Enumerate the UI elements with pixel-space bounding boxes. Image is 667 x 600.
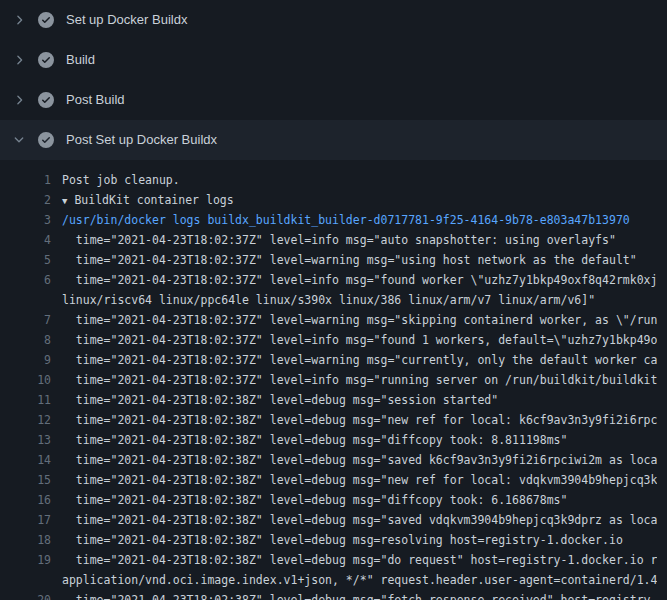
check-circle-icon xyxy=(38,132,54,148)
log-line-number[interactable]: 1 xyxy=(0,170,51,190)
log-line-number[interactable]: 20 xyxy=(0,590,51,600)
log-text: time="2021-04-23T18:02:38Z" level=debug … xyxy=(51,590,657,600)
log-text: application/vnd.oci.image.index.v1+json,… xyxy=(51,570,657,590)
log-line-number[interactable]: 14 xyxy=(0,450,51,470)
check-circle-icon xyxy=(38,52,54,68)
log-line-number[interactable]: 3 xyxy=(0,210,51,230)
log-text: time="2021-04-23T18:02:38Z" level=debug … xyxy=(51,450,657,470)
log-area: 1Post job cleanup.2▼BuildKit container l… xyxy=(0,160,667,600)
log-line: 15 time="2021-04-23T18:02:38Z" level=deb… xyxy=(0,470,667,490)
log-text: time="2021-04-23T18:02:38Z" level=debug … xyxy=(51,410,657,430)
log-line-number[interactable]: 15 xyxy=(0,470,51,490)
log-line-number xyxy=(0,290,51,310)
chevron-right-icon xyxy=(12,53,26,67)
log-line-number[interactable]: 18 xyxy=(0,530,51,550)
section-label: Post Build xyxy=(66,92,125,108)
log-line: 16 time="2021-04-23T18:02:38Z" level=deb… xyxy=(0,490,667,510)
log-command-text: /usr/bin/docker logs buildx_buildkit_bui… xyxy=(51,210,630,230)
chevron-right-icon xyxy=(12,13,26,27)
log-line-number[interactable]: 16 xyxy=(0,490,51,510)
log-text[interactable]: ▼BuildKit container logs xyxy=(51,190,234,210)
log-line-number[interactable]: 17 xyxy=(0,510,51,530)
log-text: time="2021-04-23T18:02:37Z" level=warnin… xyxy=(51,350,657,370)
log-line: 6 time="2021-04-23T18:02:37Z" level=info… xyxy=(0,270,667,290)
log-line-number[interactable]: 9 xyxy=(0,350,51,370)
log-line: 17 time="2021-04-23T18:02:38Z" level=deb… xyxy=(0,510,667,530)
section-label: Build xyxy=(66,52,95,68)
group-label: BuildKit container logs xyxy=(74,193,233,207)
log-line-number[interactable]: 7 xyxy=(0,310,51,330)
log-text: time="2021-04-23T18:02:38Z" level=debug … xyxy=(51,510,657,530)
log-line: 12 time="2021-04-23T18:02:38Z" level=deb… xyxy=(0,410,667,430)
log-text: time="2021-04-23T18:02:37Z" level=info m… xyxy=(51,330,657,350)
log-line-number[interactable]: 6 xyxy=(0,270,51,290)
log-line: 14 time="2021-04-23T18:02:38Z" level=deb… xyxy=(0,450,667,470)
log-line-number[interactable]: 13 xyxy=(0,430,51,450)
log-text: time="2021-04-23T18:02:37Z" level=info m… xyxy=(51,270,657,290)
log-text: time="2021-04-23T18:02:38Z" level=debug … xyxy=(51,390,498,410)
log-line-number[interactable]: 8 xyxy=(0,330,51,350)
log-text: time="2021-04-23T18:02:38Z" level=debug … xyxy=(51,530,623,550)
log-text: linux/riscv64 linux/ppc64le linux/s390x … xyxy=(51,290,595,310)
check-circle-icon xyxy=(38,12,54,28)
chevron-down-icon xyxy=(12,133,26,147)
section-label: Post Set up Docker Buildx xyxy=(66,132,217,148)
log-line: 18 time="2021-04-23T18:02:38Z" level=deb… xyxy=(0,530,667,550)
group-toggle-icon[interactable]: ▼ xyxy=(62,191,67,211)
check-circle-icon xyxy=(38,92,54,108)
section-header-post-build[interactable]: Post Build xyxy=(0,80,667,120)
log-line: 10 time="2021-04-23T18:02:37Z" level=inf… xyxy=(0,370,667,390)
log-line-number[interactable]: 4 xyxy=(0,230,51,250)
log-line: 20 time="2021-04-23T18:02:38Z" level=deb… xyxy=(0,590,667,600)
log-text: time="2021-04-23T18:02:37Z" level=info m… xyxy=(51,230,616,250)
log-line: 7 time="2021-04-23T18:02:37Z" level=warn… xyxy=(0,310,667,330)
log-text: time="2021-04-23T18:02:38Z" level=debug … xyxy=(51,490,567,510)
log-line: 2▼BuildKit container logs xyxy=(0,190,667,210)
log-line: 5 time="2021-04-23T18:02:37Z" level=warn… xyxy=(0,250,667,270)
log-line-number[interactable]: 10 xyxy=(0,370,51,390)
log-line-number[interactable]: 5 xyxy=(0,250,51,270)
section-header-post-set-up-docker-buildx[interactable]: Post Set up Docker Buildx xyxy=(0,120,667,160)
section-header-build[interactable]: Build xyxy=(0,40,667,80)
log-text: time="2021-04-23T18:02:37Z" level=info m… xyxy=(51,370,657,390)
log-line-number xyxy=(0,570,51,590)
log-line-number[interactable]: 11 xyxy=(0,390,51,410)
log-line: 8 time="2021-04-23T18:02:37Z" level=info… xyxy=(0,330,667,350)
log-line: 19 time="2021-04-23T18:02:38Z" level=deb… xyxy=(0,550,667,570)
log-text: time="2021-04-23T18:02:37Z" level=warnin… xyxy=(51,310,657,330)
log-line-number[interactable]: 12 xyxy=(0,410,51,430)
log-line-number[interactable]: 2 xyxy=(0,190,51,210)
step-sections: Set up Docker BuildxBuildPost BuildPost … xyxy=(0,0,667,160)
log-line: 1Post job cleanup. xyxy=(0,170,667,190)
log-line-continuation: application/vnd.oci.image.index.v1+json,… xyxy=(0,570,667,590)
log-line: 13 time="2021-04-23T18:02:38Z" level=deb… xyxy=(0,430,667,450)
log-line: 3/usr/bin/docker logs buildx_buildkit_bu… xyxy=(0,210,667,230)
log-text: time="2021-04-23T18:02:37Z" level=warnin… xyxy=(51,250,637,270)
log-text: time="2021-04-23T18:02:38Z" level=debug … xyxy=(51,430,567,450)
section-header-set-up-docker-buildx[interactable]: Set up Docker Buildx xyxy=(0,0,667,40)
log-line: 4 time="2021-04-23T18:02:37Z" level=info… xyxy=(0,230,667,250)
log-line-continuation: linux/riscv64 linux/ppc64le linux/s390x … xyxy=(0,290,667,310)
log-text: time="2021-04-23T18:02:38Z" level=debug … xyxy=(51,550,657,570)
section-label: Set up Docker Buildx xyxy=(66,12,187,28)
log-line-number[interactable]: 19 xyxy=(0,550,51,570)
log-text: time="2021-04-23T18:02:38Z" level=debug … xyxy=(51,470,657,490)
log-line: 9 time="2021-04-23T18:02:37Z" level=warn… xyxy=(0,350,667,370)
log-text: Post job cleanup. xyxy=(51,170,180,190)
log-line: 11 time="2021-04-23T18:02:38Z" level=deb… xyxy=(0,390,667,410)
chevron-right-icon xyxy=(12,93,26,107)
